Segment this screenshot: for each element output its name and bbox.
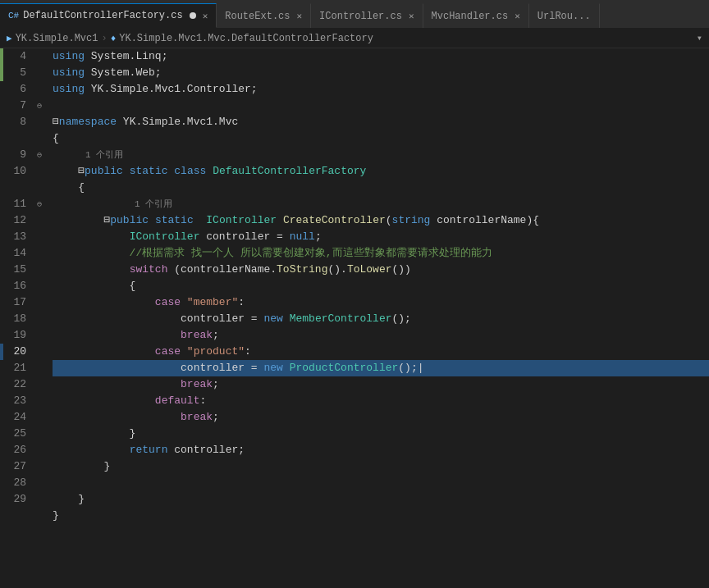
code-line-7: ⊟namespace YK.Simple.Mvc1.Mvc: [53, 114, 709, 130]
gutter-row-17: 17: [0, 294, 49, 311]
breadcrumb-dropdown[interactable]: ▾: [697, 32, 702, 44]
breadcrumb-separator: ›: [101, 33, 107, 44]
code-line-24: }: [53, 426, 709, 442]
gutter-row-18: 18: [0, 311, 49, 327]
line-number-gutter: 4 5 6 7 ⊖ 8: [0, 48, 49, 588]
collapse-20: [33, 344, 46, 360]
collapse-4: [33, 48, 46, 65]
gutter-row-20: 20: [0, 344, 49, 360]
tab-label: UrlRou...: [537, 11, 591, 22]
tab-icontroller[interactable]: IController.cs ✕: [311, 3, 423, 28]
collapse-9[interactable]: ⊖: [33, 147, 46, 163]
cs-file-icon: C#: [8, 11, 19, 21]
code-line-26: }: [53, 458, 709, 475]
code-line-28: }: [53, 491, 709, 508]
gutter-row-6: 6: [0, 81, 49, 98]
gutter-row-13: 13: [0, 229, 49, 245]
breadcrumb-class[interactable]: YK.Simple.Mvc1.Mvc.DefaultControllerFact…: [119, 33, 373, 44]
tab-label: DefaultControllerFactory.cs: [23, 10, 182, 21]
project-icon: ▶: [7, 33, 12, 43]
code-line-19: case "product":: [53, 344, 709, 360]
code-text[interactable]: using System.Linq; using System.Web; usi…: [49, 48, 709, 588]
line-num-27: 27: [3, 458, 33, 475]
collapse-23: [33, 393, 46, 409]
collapse-29: [33, 491, 46, 508]
breadcrumb-bar: ▶ YK.Simple.Mvc1 › ♦ YK.Simple.Mvc1.Mvc.…: [0, 29, 709, 48]
gutter-row-ref1: [0, 130, 49, 147]
line-num-5: 5: [3, 65, 33, 81]
code-line-22: default:: [53, 393, 709, 409]
tab-label: IController.cs: [319, 11, 402, 22]
tab-urlrou[interactable]: UrlRou...: [529, 3, 600, 28]
code-line-17: controller = new MemberController();: [53, 311, 709, 327]
collapse-19: [33, 327, 46, 344]
tab-defaultcontrollerfactory[interactable]: C# DefaultControllerFactory.cs ✕: [0, 3, 217, 28]
collapse-16: [33, 278, 46, 294]
tab-close-button[interactable]: ✕: [296, 11, 302, 21]
gutter-row-24: 24: [0, 409, 49, 426]
code-line-25: return controller;: [53, 442, 709, 458]
tab-mvchandler[interactable]: MvcHandler.cs ✕: [423, 3, 529, 28]
line-num-4: 4: [3, 48, 33, 65]
tab-close-button[interactable]: ✕: [203, 11, 208, 21]
collapse-28: [33, 475, 46, 491]
code-line-12: IController controller = null;: [53, 229, 709, 245]
modified-indicator: [190, 12, 196, 19]
gutter-row-15: 15: [0, 262, 49, 278]
line-num-29: 29: [3, 491, 33, 508]
line-num-8: 8: [3, 114, 33, 130]
tab-label: MvcHandler.cs: [432, 11, 509, 22]
code-line-29: }: [53, 508, 709, 524]
gutter-row-4: 4: [0, 48, 49, 65]
gutter-row-23: 23: [0, 393, 49, 409]
line-num-25: 25: [3, 426, 33, 442]
line-num-ref1: [3, 130, 33, 147]
line-num-6: 6: [3, 81, 33, 98]
collapse-14: [33, 245, 46, 262]
line-num-23: 23: [3, 393, 33, 409]
code-line-5: using System.Web;: [53, 65, 709, 81]
line-num-12: 12: [3, 212, 33, 229]
gutter-row-27: 27: [0, 458, 49, 475]
collapse-ref2: [33, 180, 46, 196]
tab-routeext[interactable]: RouteExt.cs ✕: [217, 3, 311, 28]
code-line-23: break;: [53, 409, 709, 426]
collapse-25: [33, 426, 46, 442]
breadcrumb-project[interactable]: YK.Simple.Mvc1: [16, 33, 98, 44]
gutter-row-29: 29: [0, 491, 49, 508]
code-line-20: controller = new ProductController();|: [53, 360, 709, 376]
collapse-15: [33, 262, 46, 278]
collapse-21: [33, 360, 46, 376]
line-num-21: 21: [3, 360, 33, 376]
gutter-row-7: 7 ⊖: [0, 98, 49, 114]
code-line-10: {: [53, 180, 709, 196]
gutter-row-14: 14: [0, 245, 49, 262]
code-line-6: [53, 98, 709, 114]
collapse-13: [33, 229, 46, 245]
collapse-11[interactable]: ⊖: [33, 196, 46, 212]
gutter-row-11: 11 ⊖: [0, 196, 49, 212]
class-icon: ♦: [111, 34, 117, 43]
line-num-19: 19: [3, 327, 33, 344]
gutter-row-19: 19: [0, 327, 49, 344]
line-num-14: 14: [3, 245, 33, 262]
line-num-17: 17: [3, 294, 33, 311]
collapse-7[interactable]: ⊖: [33, 98, 46, 114]
line-num-18: 18: [3, 311, 33, 327]
gutter-row-10: 10: [0, 163, 49, 180]
code-line-11: ⊟public static IController CreateControl…: [53, 212, 709, 229]
tab-close-button[interactable]: ✕: [409, 11, 414, 21]
collapse-18: [33, 311, 46, 327]
line-num-20: 20: [3, 344, 33, 360]
line-num-7: 7: [3, 98, 33, 114]
line-num-26: 26: [3, 442, 33, 458]
gutter-row-ref2: [0, 180, 49, 196]
tab-close-button[interactable]: ✕: [515, 11, 520, 21]
collapse-17: [33, 294, 46, 311]
collapse-12: [33, 212, 46, 229]
gutter-row-12: 12: [0, 212, 49, 229]
collapse-22: [33, 376, 46, 393]
code-editor[interactable]: 4 5 6 7 ⊖ 8: [0, 48, 709, 588]
tab-bar: C# DefaultControllerFactory.cs ✕ RouteEx…: [0, 0, 709, 29]
code-line-13: //根据需求 找一个人 所以需要创建对象,而這些對象都需要请求处理的能力: [53, 245, 709, 262]
